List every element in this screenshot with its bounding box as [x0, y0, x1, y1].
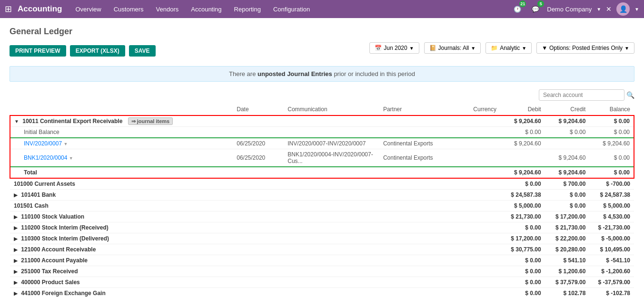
- app-title: Accounting: [18, 4, 62, 14]
- company-name[interactable]: Demo Company: [547, 6, 592, 13]
- account-debit-101501: $ 5,000.00: [500, 201, 545, 211]
- analytic-filter[interactable]: 📁 Analytic ▼: [485, 42, 532, 54]
- inv-entry-comm: INV/2020/0007-INV/2020/0007: [284, 138, 379, 149]
- inv-entry-date: 06/25/2020: [233, 138, 284, 149]
- account-comm-400000: [284, 277, 379, 288]
- account-balance-110200: $ -21,730.00: [589, 222, 634, 233]
- account-partner-441000: [379, 288, 462, 297]
- chat-notifications[interactable]: 💬 5: [529, 2, 542, 16]
- account-balance-110100: $ 4,530.00: [589, 211, 634, 222]
- inv-entry-balance: $ 9,204.60: [589, 138, 634, 149]
- app-grid-icon[interactable]: ⊞: [5, 4, 12, 14]
- nav-accounting[interactable]: Accounting: [189, 4, 223, 15]
- company-dropdown-icon[interactable]: ▼: [596, 7, 601, 12]
- col-credit: Credit: [545, 104, 590, 115]
- account-comm-101501: [284, 201, 379, 211]
- inv-entry-ref: INV/2020/0007 ▼: [10, 138, 233, 149]
- user-dropdown-icon[interactable]: ▼: [634, 7, 639, 12]
- account-partner-400000: [379, 277, 462, 288]
- account-date-251000: [233, 266, 284, 277]
- inv-entry-row: INV/2020/0007 ▼ 06/25/2020 INV/2020/0007…: [10, 138, 634, 149]
- account-comm-110300: [284, 233, 379, 244]
- bnk-entry-comm: BNK1/2020/0004-INV/2020/0007-Cus...: [284, 149, 379, 167]
- total-comm: [284, 167, 379, 178]
- account-credit-211000: $ 541.10: [545, 255, 590, 266]
- expand-arrow-441000[interactable]: ▶: [14, 291, 18, 296]
- expand-arrow-110300[interactable]: ▶: [14, 236, 18, 241]
- account-credit-110200: $ 21,730.00: [545, 222, 590, 233]
- expand-arrow-251000[interactable]: ▶: [14, 269, 18, 274]
- options-filter[interactable]: ▼ Options: Posted Entries Only ▼: [536, 42, 634, 54]
- account-comm-101401: [284, 190, 379, 201]
- nav-configuration[interactable]: Configuration: [271, 4, 312, 15]
- search-account-input[interactable]: [539, 89, 624, 101]
- account-balance-251000: $ -1,200.60: [589, 266, 634, 277]
- clock-notifications[interactable]: 🕐 21: [511, 2, 524, 16]
- expand-arrow-400000[interactable]: ▶: [14, 280, 18, 285]
- search-icon-button[interactable]: 🔍: [626, 89, 634, 101]
- account-row-441000: ▶ 441000 Foreign Exchange Gain $ 0.00 $ …: [10, 288, 634, 297]
- initial-balance-currency: [462, 127, 500, 138]
- col-communication: Communication: [284, 104, 379, 115]
- account-credit-101401: $ 0.00: [545, 190, 590, 201]
- total-currency: [462, 167, 500, 178]
- account-currency-101000: [462, 178, 500, 190]
- account-credit-251000: $ 1,200.60: [545, 266, 590, 277]
- expand-arrow-110100[interactable]: ▶: [14, 214, 18, 220]
- account-name-400000: ▶ 400000 Product Sales: [10, 277, 233, 288]
- nav-reporting[interactable]: Reporting: [232, 4, 263, 15]
- bnk-entry-debit: [500, 149, 545, 167]
- nav-overview[interactable]: Overview: [74, 4, 103, 15]
- expand-arrow-110200[interactable]: ▶: [14, 225, 18, 230]
- bnk-entry-link[interactable]: BNK1/2020/0004: [24, 154, 67, 161]
- date-filter[interactable]: 📅 Jun 2020 ▼: [369, 42, 419, 54]
- account-debit-441000: $ 0.00: [500, 288, 545, 297]
- save-button[interactable]: SAVE: [129, 45, 156, 57]
- col-partner: Partner: [379, 104, 462, 115]
- inv-dropdown-caret[interactable]: ▼: [63, 142, 68, 146]
- bnk-dropdown-caret[interactable]: ▼: [69, 156, 73, 161]
- account-balance-211000: $ -541.10: [589, 255, 634, 266]
- initial-balance-debit: $ 0.00: [500, 127, 545, 138]
- account-partner-101501: [379, 201, 462, 211]
- journals-filter[interactable]: 📔 Journals: All ▼: [424, 42, 481, 54]
- account-debit-251000: $ 0.00: [500, 266, 545, 277]
- account-partner-211000: [379, 255, 462, 266]
- user-avatar[interactable]: 👤: [616, 2, 630, 16]
- close-button[interactable]: ✕: [606, 5, 612, 13]
- account-credit-400000: $ 37,579.00: [545, 277, 590, 288]
- nav-customers[interactable]: Customers: [112, 4, 146, 15]
- account-debit-211000: $ 0.00: [500, 255, 545, 266]
- expand-arrow-211000[interactable]: ▶: [14, 258, 18, 263]
- expand-arrow-121000[interactable]: ▶: [14, 247, 18, 252]
- expand-arrow-101401[interactable]: ▶: [14, 192, 18, 198]
- total-credit: $ 9,204.60: [545, 167, 590, 178]
- account-name-121000: ▶ 121000 Account Receivable: [10, 244, 233, 255]
- account-debit-101401: $ 24,587.38: [500, 190, 545, 201]
- export-xlsx-button[interactable]: EXPORT (XLSX): [70, 45, 125, 57]
- initial-balance-credit: $ 0.00: [545, 127, 590, 138]
- options-filter-label: Options: Posted Entries Only: [549, 45, 623, 51]
- book-icon: 📔: [429, 45, 436, 51]
- inv-entry-link[interactable]: INV/2020/0007: [24, 140, 62, 147]
- account-row-110200: ▶ 110200 Stock Interim (Received) $ 0.00…: [10, 222, 634, 233]
- nav-vendors[interactable]: Vendors: [154, 4, 181, 15]
- account-comm-441000: [284, 288, 379, 297]
- account-partner-110100: [379, 211, 462, 222]
- account-id-label: 10011 Continental Export Receivable: [22, 118, 122, 125]
- initial-balance-partner: [379, 127, 462, 138]
- account-row-121000: ▶ 121000 Account Receivable $ 30,775.00 …: [10, 244, 634, 255]
- account-balance-101501: $ 5,000.00: [589, 201, 634, 211]
- expand-arrow-10011[interactable]: ▼: [14, 119, 19, 124]
- account-comm-121000: [284, 244, 379, 255]
- account-currency-110200: [462, 222, 500, 233]
- account-name-211000: ▶ 211000 Account Payable: [10, 255, 233, 266]
- account-currency-110300: [462, 233, 500, 244]
- analytic-icon: 📁: [491, 45, 498, 51]
- filter-icon: ▼: [542, 45, 547, 51]
- journal-items-tag[interactable]: ⇒ journal items: [128, 117, 173, 125]
- account-name-101501: 101501 Cash: [10, 201, 233, 211]
- account-name-251000: ▶ 251000 Tax Received: [10, 266, 233, 277]
- print-preview-button[interactable]: PRINT PREVIEW: [10, 45, 66, 57]
- bnk-entry-currency: [462, 149, 500, 167]
